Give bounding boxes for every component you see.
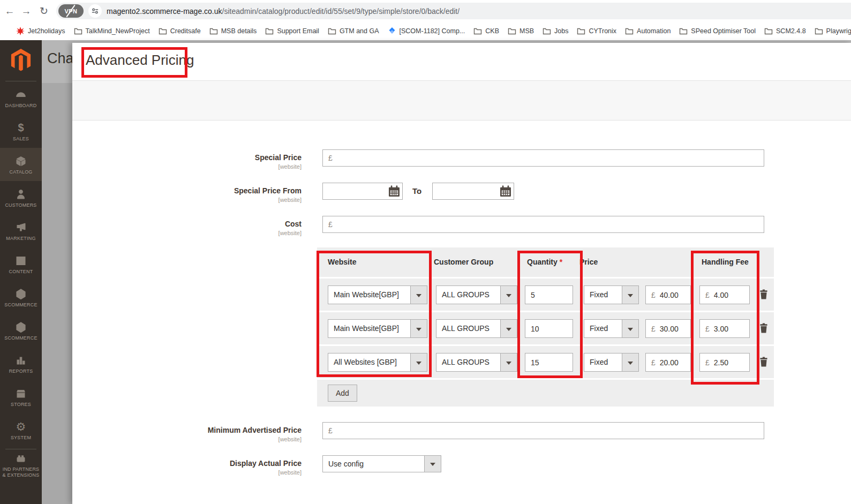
chevron-down-icon [500,286,517,304]
bookmark-item[interactable]: MSB [503,25,538,37]
sidebar-label: SCOMMERCE [4,302,37,307]
bookmark-item[interactable]: Playwright_tool [810,25,851,37]
bookmark-label: Jobs [554,27,568,35]
customer-group-select[interactable]: ALL GROUPS [436,285,517,304]
delete-row-button[interactable] [759,323,769,334]
bookmark-label: SCM2.4.8 [776,27,806,35]
bookmark-label: Jet2holidays [28,27,65,35]
sidebar-label: REPORTS [9,368,33,374]
handling-fee-field: £ [699,285,750,304]
minimum-advertised-price-input[interactable] [333,426,764,435]
sidebar-item-marketing[interactable]: MARKETING [0,214,42,247]
price-input[interactable] [656,358,690,367]
bookmark-label: MSB details [221,27,257,35]
sidebar-item-reports[interactable]: REPORTS [0,347,42,380]
customers-icon [15,188,27,201]
bookmark-item[interactable]: TalkMind_NewProject [70,25,154,37]
folder-icon [815,27,823,35]
sidebar-item-scommerce-2[interactable]: SCOMMERCE [0,314,42,347]
bookmark-item[interactable]: Automation [621,25,675,37]
forward-icon[interactable]: → [19,4,33,18]
sidebar-item-scommerce-1[interactable]: SCOMMERCE [0,281,42,314]
special-price-to-input[interactable] [433,187,499,195]
calendar-icon[interactable] [499,185,512,198]
price-input[interactable] [656,325,690,333]
bookmark-item[interactable]: Support Email [261,25,323,37]
bookmark-item[interactable]: CKB [469,25,503,37]
admin-sidebar: DASHBOARD $ SALES CATALOG [0,40,42,504]
cost-label: Cost [72,220,302,228]
sidebar-item-content[interactable]: CONTENT [0,247,42,281]
customer-group-select[interactable]: ALL GROUPS [436,319,517,338]
sidebar-item-sales[interactable]: $ SALES [0,115,42,148]
url-text[interactable]: magento2.scommerce-mage.co.uk/siteadmin/… [107,7,460,16]
sidebar-item-dashboard[interactable]: DASHBOARD [0,81,42,115]
quantity-input[interactable] [525,353,573,372]
bookmark-item[interactable]: Jobs [538,25,573,37]
website-select[interactable]: Main Website[GBP] [328,319,427,338]
site-settings-icon[interactable] [88,4,102,18]
sidebar-label: & EXTENSIONS [3,472,40,478]
address-bar[interactable]: VPN magento2.scommerce-mage.co.uk/sitead… [56,3,851,19]
sidebar-label: IND PARTNERS [3,467,40,472]
bookmark-item[interactable]: SPeed Optimiser Tool [675,25,760,37]
bookmark-item[interactable]: [SCOM-1182] Comp... [383,25,470,37]
sidebar-item-customers[interactable]: CUSTOMERS [0,181,42,214]
sidebar-item-system[interactable]: ⚙ SYSTEM [0,413,42,447]
add-tier-button[interactable]: Add [328,385,357,402]
currency-symbol: £ [700,291,710,299]
browser-toolbar: ← → ↻ VPN magento2.scommerce-mage.co.uk/… [0,0,851,22]
sidebar-label: SYSTEM [11,435,31,440]
chevron-down-icon [410,286,427,304]
quantity-input[interactable] [525,319,573,338]
price-type-select[interactable]: Fixed [584,319,639,338]
sidebar-item-stores[interactable]: STORES [0,380,42,413]
bookmark-item[interactable]: Creditsafe [154,25,205,37]
back-icon[interactable]: ← [3,4,17,18]
special-price-from-field [322,183,403,200]
price-type-select[interactable]: Fixed [584,285,639,304]
delete-row-button[interactable] [759,357,769,367]
url-path: /siteadmin/catalog/product/edit/id/55/se… [222,7,460,16]
bookmark-item[interactable]: CYTronix [573,25,621,37]
calendar-icon[interactable] [388,185,401,198]
special-price-from-label: Special Price From [72,186,302,195]
tier-table-header: Website Customer Group Quantity * Price … [317,247,774,277]
display-actual-price-select[interactable]: Use config [322,455,441,472]
handling-fee-input[interactable] [710,358,749,367]
magento-logo[interactable] [0,40,42,81]
chevron-down-icon [500,320,517,337]
website-select[interactable]: Main Website[GBP] [328,285,427,304]
website-select[interactable]: All Websites [GBP] [328,353,427,372]
background-page-title: Cha [47,50,74,67]
tier-price-row: Main Website[GBP] ALL GROUPS Fixed [317,279,774,311]
cost-input[interactable] [333,220,764,229]
advanced-pricing-modal: Advanced Pricing Special Price [website]… [72,43,851,504]
folder-icon [508,27,516,35]
chevron-down-icon [622,286,638,304]
delete-row-button[interactable] [759,289,769,300]
bookmark-item[interactable]: SCM2.4.8 [760,25,810,37]
chevron-down-icon [410,320,427,337]
price-type-select[interactable]: Fixed [584,353,639,372]
brick-icon [15,452,27,465]
handling-fee-input[interactable] [710,325,749,333]
bookmark-item[interactable]: MSB details [205,25,261,37]
sidebar-item-catalog[interactable]: CATALOG [0,148,42,181]
website-column-header: Website [328,258,356,266]
price-input[interactable] [656,291,690,299]
special-price-input[interactable] [333,154,764,162]
refresh-icon[interactable]: ↻ [37,4,51,18]
vpn-off-badge[interactable]: VPN [58,4,84,18]
customer-group-select[interactable]: ALL GROUPS [436,353,517,372]
bookmark-item[interactable]: GTM and GA [323,25,383,37]
quantity-input[interactable] [525,285,573,304]
bookmark-item[interactable]: Jet2holidays [12,25,70,37]
handling-fee-input[interactable] [710,291,749,299]
sidebar-item-find-partners[interactable]: IND PARTNERS & EXTENSIONS [0,449,42,480]
folder-icon [679,27,688,35]
display-actual-price-value: Use config [323,456,424,472]
bookmarks-bar: Jet2holidays TalkMind_NewProject [0,22,851,40]
special-price-from-input[interactable] [323,187,388,195]
bookmark-label: CKB [485,27,499,35]
